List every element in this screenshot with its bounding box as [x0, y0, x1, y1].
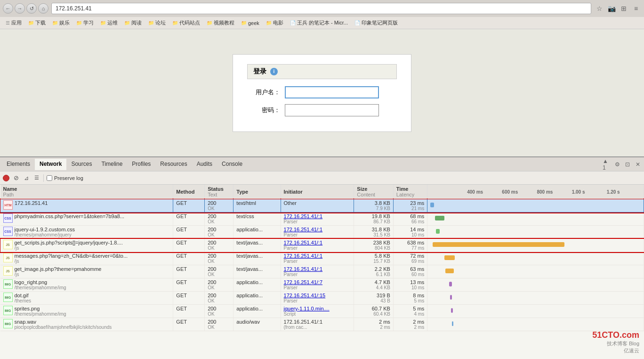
- status-text: OK: [208, 325, 230, 330]
- size-main: 238 KB: [357, 240, 390, 245]
- cell-timeline: [427, 212, 644, 226]
- time-main: 72 ms: [396, 253, 424, 259]
- devtools-dock-icon[interactable]: ⊡: [623, 160, 632, 169]
- table-row[interactable]: IMG snap.wav pioclpoplcdbaefíhamjohnefbi…: [0, 318, 644, 331]
- preserve-log-checkbox[interactable]: [47, 175, 52, 181]
- timeline-bar: [444, 255, 455, 260]
- time-latency: 4 ms: [396, 311, 424, 317]
- cell-timeline: [427, 278, 644, 292]
- timeline-bar: [445, 269, 454, 273]
- size-main: 31.8 KB: [357, 227, 390, 232]
- cell-name: CSS phpmyadmin.css.php?server=1&token=7b…: [0, 212, 173, 226]
- table-row[interactable]: IMG sprites.png /themes/pmahomme/img GET…: [0, 305, 644, 318]
- table-row[interactable]: JS get_image.js.php?theme=pmahomme /js G…: [0, 265, 644, 278]
- cell-status: 200 OK: [205, 292, 233, 305]
- bookmark-video[interactable]: 📁 视频教程: [204, 18, 237, 27]
- bookmark-onenote-label: 王兵 的笔记本 - Micr...: [297, 19, 348, 26]
- cell-timeline: [427, 318, 644, 331]
- bookmark-ops[interactable]: 📁 运维: [97, 18, 121, 27]
- timeline-bar: [452, 321, 453, 326]
- table-row[interactable]: CSS phpmyadmin.css.php?server=1&token=7b…: [0, 212, 644, 226]
- tab-console[interactable]: Console: [217, 159, 247, 170]
- bookmark-evernote[interactable]: 📄 印象笔记网页版: [352, 18, 401, 27]
- bookmark-code[interactable]: 📁 代码站点: [169, 18, 203, 27]
- bookmark-reading[interactable]: 📁 阅读: [121, 18, 145, 27]
- forward-button[interactable]: →: [15, 3, 25, 14]
- preserve-log-label[interactable]: Preserve log: [54, 175, 83, 181]
- cell-timeline: [427, 226, 644, 239]
- tab-elements[interactable]: Elements: [2, 159, 35, 170]
- onenote-icon: 📄: [290, 20, 296, 25]
- row-name: get_scripts.js.php?scripts[]=jquery/jque…: [15, 240, 123, 245]
- password-row: 密码：: [247, 104, 397, 116]
- table-row[interactable]: IMG logo_right.png /themes/pmahomme/img …: [0, 278, 644, 292]
- bookmark-study[interactable]: 📁 学习: [73, 18, 97, 27]
- tab-audits[interactable]: Audits: [192, 159, 217, 170]
- tab-profiles[interactable]: Profiles: [127, 159, 155, 170]
- size-content: 4.4 KB: [357, 285, 390, 290]
- table-row[interactable]: CSS jquery-ui-1.9.2.custom.css /themes/p…: [0, 226, 644, 239]
- back-button[interactable]: ←: [3, 3, 13, 14]
- apps-icon: ☰: [6, 20, 10, 25]
- cell-status: 200 OK: [205, 252, 233, 265]
- status-text: OK: [208, 311, 230, 317]
- tab-resources[interactable]: Resources: [155, 159, 192, 170]
- movie-icon: 📁: [266, 20, 272, 25]
- menu-button[interactable]: ≡: [631, 3, 641, 14]
- clear-button[interactable]: ⊘: [12, 174, 20, 182]
- row-name: 172.16.251.41: [15, 200, 48, 206]
- devtools-close-icon[interactable]: ✕: [634, 160, 642, 169]
- record-button[interactable]: [3, 175, 9, 181]
- bookmark-apps-label: 应用: [11, 19, 22, 26]
- reload-button[interactable]: ↺: [26, 3, 37, 14]
- cell-type: audio/wav: [233, 318, 281, 331]
- size-content: 43 B: [357, 298, 390, 303]
- video-icon: 📁: [207, 20, 212, 25]
- bookmark-onenote[interactable]: 📄 王兵 的笔记本 - Micr...: [287, 18, 351, 27]
- entertainment-icon: 📁: [52, 20, 58, 25]
- cell-timeline: [427, 305, 644, 318]
- warning-count[interactable]: ▲ 1: [603, 160, 611, 169]
- file-icon: CSS: [3, 227, 13, 236]
- filter-button[interactable]: ⊿: [23, 174, 30, 182]
- file-icon: JS: [3, 266, 13, 276]
- time-latency: 5 ms: [396, 298, 424, 303]
- th-status: StatusText: [205, 185, 233, 199]
- browser-chrome: ← → ↺ ⌂ 172.16.251.41 ☆ 📷 ⊞ ≡ ☰ 应用 📁 下载 …: [0, 0, 644, 29]
- bookmark-entertainment[interactable]: 📁 娱乐: [49, 18, 72, 27]
- devtools-settings-icon[interactable]: ⚙: [613, 160, 621, 169]
- extension-button-2[interactable]: ⊞: [619, 3, 629, 14]
- bookmark-download[interactable]: 📁 下载: [25, 18, 48, 27]
- bookmark-star-button[interactable]: ☆: [594, 3, 604, 14]
- bookmark-forum[interactable]: 📁 论坛: [145, 18, 169, 27]
- bookmark-study-label: 学习: [83, 19, 94, 26]
- bookmark-geek[interactable]: 📁 geek: [238, 19, 262, 27]
- login-info-icon[interactable]: i: [270, 68, 278, 75]
- table-row[interactable]: HTM 172.16.251.41 GET 200 OK text/htmlOt…: [0, 199, 644, 212]
- cell-size: 60.7 KB 60.4 KB: [354, 305, 393, 318]
- cell-method: GET: [173, 305, 205, 318]
- status-text: OK: [208, 206, 230, 211]
- tab-sources[interactable]: Sources: [66, 159, 97, 170]
- tab-network[interactable]: Network: [35, 159, 66, 170]
- status-text: OK: [208, 259, 230, 264]
- password-input[interactable]: [285, 104, 379, 116]
- extension-button-1[interactable]: 📷: [606, 3, 617, 14]
- bookmark-movie[interactable]: 📁 电影: [263, 18, 286, 27]
- cell-size: 19.8 KB 86.7 KB: [354, 212, 393, 226]
- network-table-container: NamePath Method StatusText Type Initiato…: [0, 185, 644, 359]
- table-row[interactable]: JS messages.php?lang=zh_CN&db=&server=0&…: [0, 252, 644, 265]
- tab-timeline[interactable]: Timeline: [97, 159, 127, 170]
- username-input[interactable]: [285, 86, 379, 98]
- home-button[interactable]: ⌂: [38, 3, 48, 14]
- th-name: NamePath: [0, 185, 173, 199]
- view-toggle-button[interactable]: ☰: [33, 174, 40, 182]
- watermark: 51CTO.com 技术博客 Blog 亿速云: [592, 330, 639, 354]
- address-bar[interactable]: 172.16.251.41: [51, 3, 591, 14]
- size-main: 319 B: [357, 293, 390, 298]
- time-main: 63 ms: [396, 266, 424, 272]
- bookmark-apps[interactable]: ☰ 应用: [3, 18, 24, 27]
- cell-method: GET: [173, 292, 205, 305]
- table-row[interactable]: JS get_scripts.js.php?scripts[]=jquery/j…: [0, 239, 644, 252]
- table-row[interactable]: IMG dot.gif /themes GET 200 OK applicati…: [0, 292, 644, 305]
